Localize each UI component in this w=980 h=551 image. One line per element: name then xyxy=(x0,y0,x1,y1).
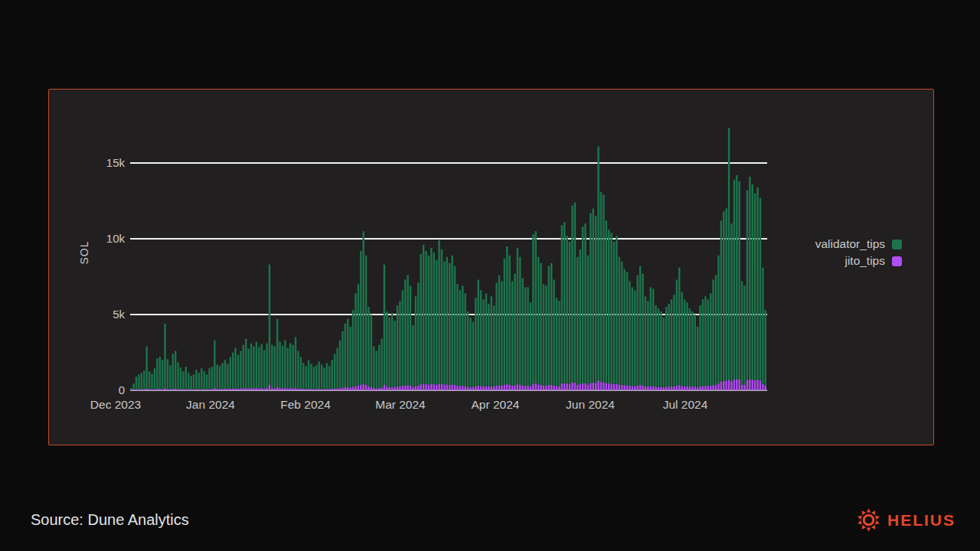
legend-label-jito-tips: jito_tips xyxy=(844,254,885,268)
legend-item-jito-tips[interactable]: jito_tips xyxy=(844,254,902,268)
y-tick-0: 0 xyxy=(85,383,125,398)
legend-swatch-validator-tips xyxy=(892,240,902,249)
legend-swatch-jito-tips xyxy=(892,256,902,266)
x-tick-jul-2024: Jul 2024 xyxy=(639,397,731,412)
x-tick-mar-2024: Mar 2024 xyxy=(354,397,446,412)
source-attribution: Source: Dune Analytics xyxy=(31,511,189,529)
legend-label-validator-tips: validator_tips xyxy=(815,237,885,251)
stacked-bar-chart xyxy=(0,0,980,551)
slide: SOL 0 5k 10k 15k Dec 2023 Jan 2024 Feb 2… xyxy=(0,0,980,551)
y-tick-5k: 5k xyxy=(85,307,125,322)
y-tick-10k: 10k xyxy=(85,231,125,246)
x-tick-apr-2024: Apr 2024 xyxy=(449,397,541,412)
x-tick-jun-2024: Jun 2024 xyxy=(544,397,636,412)
helius-logo-text: HELIUS xyxy=(887,511,956,530)
x-tick-jan-2024: Jan 2024 xyxy=(165,397,256,412)
chart-legend: validator_tips jito_tips xyxy=(815,237,902,268)
helius-sunburst-icon xyxy=(857,508,880,532)
helius-logo: HELIUS xyxy=(857,508,956,532)
y-tick-15k: 15k xyxy=(85,155,125,171)
legend-item-validator-tips[interactable]: validator_tips xyxy=(815,237,902,251)
x-tick-feb-2024: Feb 2024 xyxy=(260,397,351,412)
x-tick-dec-2023: Dec 2023 xyxy=(70,397,162,412)
